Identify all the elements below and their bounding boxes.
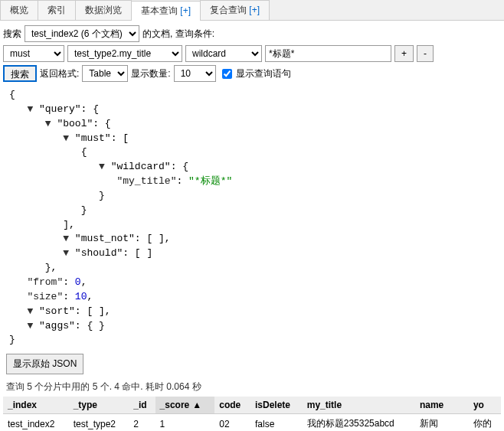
index-select[interactable]: test_index2 (6 个文档) xyxy=(25,25,139,42)
tab-label: 概览 xyxy=(10,5,28,15)
cell: test_type2 xyxy=(69,414,129,431)
plus-icon: [+] xyxy=(247,5,260,15)
show-count-select[interactable]: 10 xyxy=(174,65,216,82)
search-button[interactable]: 搜索 xyxy=(3,65,37,82)
json-line: "from": 0, xyxy=(9,276,495,290)
col-header-isDelete[interactable]: isDelete xyxy=(250,397,303,414)
cell: false xyxy=(250,414,303,431)
table-header: _index_type_id_score▲codeisDeletemy_titl… xyxy=(3,397,501,414)
json-line: ▼ "sort": [ ], xyxy=(9,305,495,319)
query-value-input[interactable] xyxy=(265,45,391,62)
json-line: ], xyxy=(9,218,495,233)
collapse-icon[interactable]: ▼ xyxy=(63,247,75,259)
col-header-_index[interactable]: _index xyxy=(3,397,69,414)
collapse-icon[interactable]: ▼ xyxy=(63,233,75,244)
show-query-checkbox[interactable] xyxy=(222,69,232,79)
col-header-name[interactable]: name xyxy=(415,397,469,414)
table-row[interactable]: test_index2test_type22102false我的标题235325… xyxy=(3,414,501,431)
json-line: ▼ "wildcard": { xyxy=(9,160,495,175)
return-format-select[interactable]: Table xyxy=(82,65,128,82)
search-row-1: 搜索 test_index2 (6 个文档) 的文档, 查询条件: xyxy=(3,25,501,42)
tab-label: 基本查询 xyxy=(141,5,178,16)
col-header-_score[interactable]: _score▲ xyxy=(155,397,215,414)
json-line: }, xyxy=(9,261,495,276)
cell: 我的标题235325abcd xyxy=(303,414,415,431)
json-line: "my_title": "*标题*" xyxy=(9,175,495,189)
col-header-yo[interactable]: yo xyxy=(469,397,501,414)
field-select[interactable]: test_type2.my_title xyxy=(67,45,182,62)
json-line: ▼ "must_not": [ ], xyxy=(9,232,495,247)
plus-icon: [+] xyxy=(178,5,191,16)
bool-op-select[interactable]: must xyxy=(3,45,64,62)
tab-3[interactable]: 基本查询 [+] xyxy=(131,1,201,21)
cell: 2 xyxy=(129,414,155,431)
results-table: _index_type_id_score▲codeisDeletemy_titl… xyxy=(3,397,501,431)
cell: 1 xyxy=(155,414,215,431)
query-panel: 搜索 test_index2 (6 个文档) 的文档, 查询条件: must t… xyxy=(0,21,504,431)
status-line: 查询 5 个分片中用的 5 个. 4 命中. 耗时 0.064 秒 xyxy=(3,377,501,397)
sort-asc-icon: ▲ xyxy=(192,400,201,410)
cell: 02 xyxy=(214,414,250,431)
show-count-label: 显示数量: xyxy=(131,67,170,80)
json-line: } xyxy=(9,189,495,204)
controls-row: 搜索 返回格式: Table 显示数量: 10 显示查询语句 xyxy=(3,65,501,82)
json-line: } xyxy=(9,204,495,218)
search-suffix: 的文档, 查询条件: xyxy=(142,28,214,41)
col-header-code[interactable]: code xyxy=(214,397,250,414)
cell: 你的 xyxy=(469,414,501,431)
tab-bar: 概览索引数据浏览基本查询 [+]复合查询 [+] xyxy=(0,0,504,21)
tab-label: 索引 xyxy=(47,5,66,15)
collapse-icon[interactable]: ▼ xyxy=(27,305,39,317)
show-raw-json-button[interactable]: 显示原始 JSON xyxy=(6,354,83,374)
collapse-icon[interactable]: ▼ xyxy=(99,161,111,172)
collapse-icon[interactable]: ▼ xyxy=(63,132,75,144)
json-line: ▼ "should": [ ] xyxy=(9,247,495,261)
col-header-_type[interactable]: _type xyxy=(69,397,129,414)
json-line: } xyxy=(9,333,495,348)
tab-label: 数据浏览 xyxy=(85,5,122,15)
json-line: { xyxy=(9,145,495,160)
json-line: ▼ "must": [ xyxy=(9,132,495,146)
json-line: "size": 10, xyxy=(9,290,495,305)
tab-2[interactable]: 数据浏览 xyxy=(75,0,132,20)
tab-1[interactable]: 索引 xyxy=(38,0,76,20)
cell: 新闻 xyxy=(415,414,469,431)
search-row-2: must test_type2.my_title wildcard + - xyxy=(3,45,501,62)
match-type-select[interactable]: wildcard xyxy=(185,45,262,62)
query-json-view: { ▼ "query": { ▼ "bool": { ▼ "must": [ {… xyxy=(3,85,501,351)
col-header-_id[interactable]: _id xyxy=(129,397,155,414)
col-header-my_title[interactable]: my_title xyxy=(303,397,415,414)
add-condition-button[interactable]: + xyxy=(394,45,414,62)
json-line: ▼ "query": { xyxy=(9,103,495,117)
json-line: ▼ "bool": { xyxy=(9,117,495,132)
table-body: test_index2test_type22102false我的标题235325… xyxy=(3,414,501,431)
json-line: { xyxy=(9,88,495,103)
search-prefix: 搜索 xyxy=(3,28,21,41)
collapse-icon[interactable]: ▼ xyxy=(45,118,57,129)
tab-0[interactable]: 概览 xyxy=(0,0,38,20)
cell: test_index2 xyxy=(3,414,69,431)
tab-label: 复合查询 xyxy=(210,5,247,15)
show-query-label-text: 显示查询语句 xyxy=(236,67,291,80)
show-query-checkbox-label[interactable]: 显示查询语句 xyxy=(219,67,291,81)
collapse-icon[interactable]: ▼ xyxy=(27,103,39,115)
json-line: ▼ "aggs": { } xyxy=(9,319,495,334)
remove-condition-button[interactable]: - xyxy=(417,45,434,62)
collapse-icon[interactable]: ▼ xyxy=(27,320,39,331)
tab-4[interactable]: 复合查询 [+] xyxy=(200,0,270,20)
return-format-label: 返回格式: xyxy=(40,67,79,80)
